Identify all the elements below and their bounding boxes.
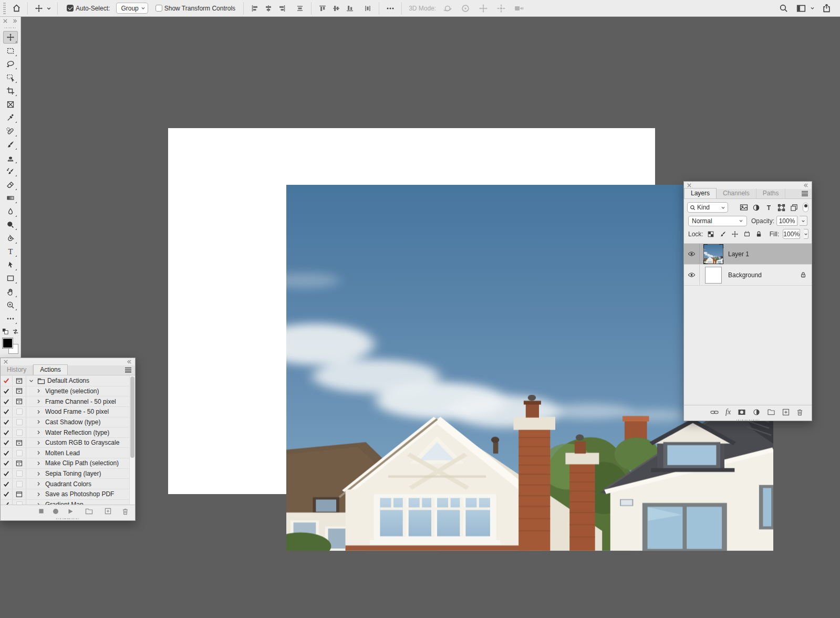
action-row-gradient-map[interactable]: Gradient Map <box>1 500 135 505</box>
panel-menu-icon[interactable] <box>125 367 132 373</box>
play-icon[interactable] <box>67 508 74 515</box>
tool-eraser[interactable] <box>3 179 18 191</box>
blend-mode-select[interactable]: Normal <box>688 216 747 226</box>
scrollbar[interactable] <box>129 376 135 505</box>
layer-row-background[interactable]: Background <box>684 265 812 286</box>
workspace-icon[interactable] <box>795 2 807 15</box>
group-select[interactable]: Group <box>116 3 148 14</box>
opacity-value[interactable]: 100% <box>776 216 797 226</box>
new-group-icon[interactable] <box>767 408 775 415</box>
panel-resize-grip[interactable] <box>684 418 812 422</box>
align-horizontal-centers-icon[interactable] <box>262 2 275 15</box>
action-check-icon[interactable] <box>1 427 13 437</box>
action-row-default-actions[interactable]: Default Actions <box>1 376 135 386</box>
delete-layer-icon[interactable] <box>796 408 803 416</box>
swap-colors-icon[interactable] <box>12 328 19 335</box>
layer-name[interactable]: Background <box>728 271 800 279</box>
align-bottom-edges-icon[interactable] <box>344 2 356 15</box>
dialog-toggle-empty[interactable] <box>13 417 26 427</box>
tab-channels[interactable]: Channels <box>717 188 756 198</box>
filter-adjustment-layers-icon[interactable] <box>751 204 761 212</box>
action-check-icon[interactable] <box>1 407 13 417</box>
dialog-toggle-icon[interactable] <box>13 386 26 396</box>
action-row-molten-lead[interactable]: Molten Lead <box>1 448 135 458</box>
dialog-toggle-icon[interactable] <box>13 438 26 448</box>
panel-drag-grip[interactable] <box>4 26 16 30</box>
tool-dodge[interactable] <box>3 218 18 231</box>
align-left-edges-icon[interactable] <box>248 2 261 15</box>
dialog-toggle-empty[interactable] <box>13 427 26 437</box>
align-vertical-centers-icon[interactable] <box>330 2 343 15</box>
filter-pixel-layers-icon[interactable] <box>739 203 749 212</box>
tool-path-selection[interactable] <box>3 259 18 271</box>
chevron-right-icon[interactable] <box>34 441 43 445</box>
action-row-frame-channel[interactable]: Frame Channel - 50 pixel <box>1 396 135 407</box>
tool-crop[interactable] <box>3 85 18 97</box>
chevron-right-icon[interactable] <box>34 399 43 404</box>
tool-lasso[interactable] <box>3 58 18 70</box>
action-row-wood-frame[interactable]: Wood Frame - 50 pixel <box>1 407 135 417</box>
collapse-panel-icon[interactable] <box>13 19 17 23</box>
new-set-folder-icon[interactable] <box>85 508 93 515</box>
collapse-panel-icon[interactable] <box>127 360 132 364</box>
filter-toggle[interactable] <box>803 203 808 212</box>
stop-icon[interactable] <box>38 508 44 514</box>
action-row-vignette[interactable]: Vignette (selection) <box>1 386 135 397</box>
foreground-color-swatch[interactable] <box>3 338 13 348</box>
tool-type[interactable]: T <box>3 245 18 258</box>
action-check-icon[interactable] <box>1 479 13 489</box>
action-row-water-reflection[interactable]: Water Reflection (type) <box>1 427 135 438</box>
tool-object-selection[interactable] <box>3 71 18 84</box>
tab-actions[interactable]: Actions <box>33 364 67 375</box>
action-check-icon[interactable] <box>1 489 13 499</box>
close-icon[interactable] <box>3 19 7 23</box>
chevron-right-icon[interactable] <box>34 410 43 414</box>
panel-menu-icon[interactable] <box>801 191 808 196</box>
document-canvas[interactable] <box>168 128 655 494</box>
lock-all-icon[interactable] <box>755 231 762 238</box>
tool-zoom[interactable] <box>3 299 18 311</box>
background-thumbnail[interactable] <box>703 265 723 285</box>
action-check-icon[interactable] <box>1 396 13 406</box>
share-icon[interactable] <box>820 2 833 15</box>
default-colors-icon[interactable] <box>2 328 9 335</box>
lock-transparency-icon[interactable] <box>707 231 714 238</box>
chevron-right-icon[interactable] <box>34 472 43 476</box>
chevron-right-icon[interactable] <box>34 451 43 455</box>
new-action-icon[interactable] <box>105 508 111 515</box>
tool-brush[interactable] <box>3 138 18 151</box>
new-layer-icon[interactable] <box>782 408 790 416</box>
dialog-toggle-icon[interactable] <box>13 489 26 499</box>
action-row-custom-rgb[interactable]: Custom RGB to Grayscale <box>1 438 135 448</box>
dialog-toggle-empty[interactable] <box>13 500 26 505</box>
layer-row-layer1[interactable]: Layer 1 <box>684 244 812 265</box>
action-row-sepia-toning[interactable]: Sepia Toning (layer) <box>1 469 135 479</box>
dialog-toggle-empty[interactable] <box>13 407 26 417</box>
close-icon[interactable] <box>4 360 8 364</box>
distribute-horizontal-icon[interactable] <box>294 2 306 15</box>
adjustment-layer-icon[interactable] <box>753 408 760 416</box>
tab-layers[interactable]: Layers <box>684 188 717 198</box>
link-layers-icon[interactable] <box>710 409 719 415</box>
tool-spot-healing[interactable] <box>3 125 18 138</box>
chevron-right-icon[interactable] <box>34 420 43 424</box>
dialog-toggle-empty[interactable] <box>13 479 26 489</box>
lock-pixels-icon[interactable] <box>719 231 727 238</box>
action-check-icon[interactable] <box>1 500 13 505</box>
chevron-right-icon[interactable] <box>34 461 43 466</box>
chevron-right-icon[interactable] <box>34 492 43 497</box>
layer-effects-icon[interactable]: fx <box>725 408 731 416</box>
show-transform-checkbox[interactable] <box>155 5 162 12</box>
more-options-icon[interactable] <box>384 2 397 15</box>
align-top-edges-icon[interactable] <box>316 2 329 15</box>
visibility-eye-icon[interactable] <box>684 244 700 264</box>
dialog-toggle-icon[interactable] <box>13 396 26 406</box>
lock-position-icon[interactable] <box>731 231 739 238</box>
record-icon[interactable] <box>53 508 59 515</box>
action-row-make-clip-path[interactable]: Make Clip Path (selection) <box>1 458 135 469</box>
dialog-toggle-empty[interactable] <box>13 448 26 458</box>
fill-dropdown[interactable] <box>804 229 808 239</box>
filter-smart-objects-icon[interactable] <box>789 204 799 212</box>
chevron-down-icon[interactable] <box>26 379 36 383</box>
panel-resize-grip[interactable] <box>1 517 135 520</box>
